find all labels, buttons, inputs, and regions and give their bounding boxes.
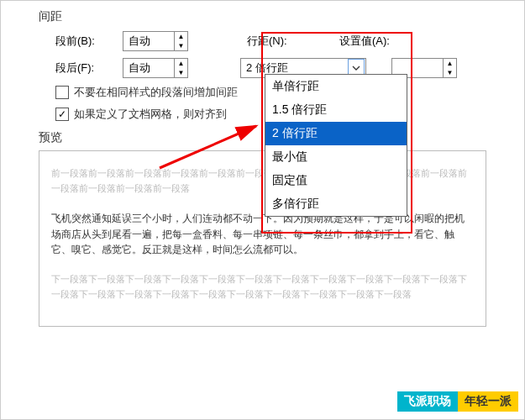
after-input[interactable] [123, 59, 174, 77]
up-arrow-icon[interactable]: ▲ [444, 59, 456, 68]
down-arrow-icon[interactable]: ▼ [175, 41, 187, 50]
dropdown-option[interactable]: 多倍行距 [265, 192, 407, 216]
spacing-section-title: 间距 [39, 9, 507, 24]
spacing-before-row: 段前(B): ▲▼ 行距(N): 设置值(A): [55, 31, 507, 51]
down-arrow-icon[interactable]: ▼ [175, 68, 187, 77]
after-spinner[interactable]: ▲▼ [123, 58, 188, 78]
linespace-label: 行距(N): [247, 34, 306, 49]
watermark-part2: 年轻一派 [458, 391, 518, 412]
chk2-label: 如果定义了文档网格，则对齐到 [74, 107, 227, 122]
setvalue-arrows[interactable]: ▲▼ [443, 59, 456, 77]
dropdown-option[interactable]: 最小值 [265, 145, 407, 169]
checkbox-checked[interactable]: ✓ [55, 108, 69, 121]
up-arrow-icon[interactable]: ▲ [175, 59, 187, 68]
preview-gray-after: 下一段落下一段落下一段落下一段落下一段落下一段落下一段落下一段落下一段落下一段落… [51, 272, 474, 302]
setvalue-label: 设置值(A): [339, 34, 407, 49]
dropdown-option[interactable]: 单倍行距 [265, 75, 407, 98]
before-arrows[interactable]: ▲▼ [174, 32, 187, 50]
before-label: 段前(B): [55, 34, 114, 49]
after-arrows[interactable]: ▲▼ [174, 59, 187, 77]
preview-body: 飞机突然通知延误三个小时，人们连动都不动一下。因为预期就是这样，于是可以闲暇的把… [51, 211, 474, 257]
dropdown-option[interactable]: 固定值 [265, 169, 407, 192]
after-label: 段后(F): [55, 60, 114, 76]
watermark-part1: 飞派职场 [397, 391, 458, 412]
up-arrow-icon[interactable]: ▲ [175, 32, 187, 41]
before-input[interactable] [123, 32, 174, 50]
dropdown-option[interactable]: 1.5 倍行距 [265, 98, 407, 122]
linespace-dropdown[interactable]: 单倍行距 1.5 倍行距 2 倍行距 最小值 固定值 多倍行距 [265, 74, 407, 217]
chk1-label: 不要在相同样式的段落间增加间距 [74, 85, 238, 100]
down-arrow-icon[interactable]: ▼ [444, 68, 456, 77]
checkbox-unchecked[interactable] [55, 86, 69, 99]
before-spinner[interactable]: ▲▼ [123, 31, 188, 51]
preview-gray-before: 前一段落前一段落前一段落前一段落前一段落前一段落前一段落前一段落前一段落前一段落… [51, 166, 474, 196]
paragraph-dialog: 间距 段前(B): ▲▼ 行距(N): 设置值(A): 段后(F): ▲▼ 2 … [0, 0, 525, 420]
watermark: 飞派职场 年轻一派 [397, 391, 518, 412]
dropdown-option-selected[interactable]: 2 倍行距 [265, 122, 407, 145]
preview-box: 前一段落前一段落前一段落前一段落前一段落前一段落前一段落前一段落前一段落前一段落… [39, 150, 486, 327]
